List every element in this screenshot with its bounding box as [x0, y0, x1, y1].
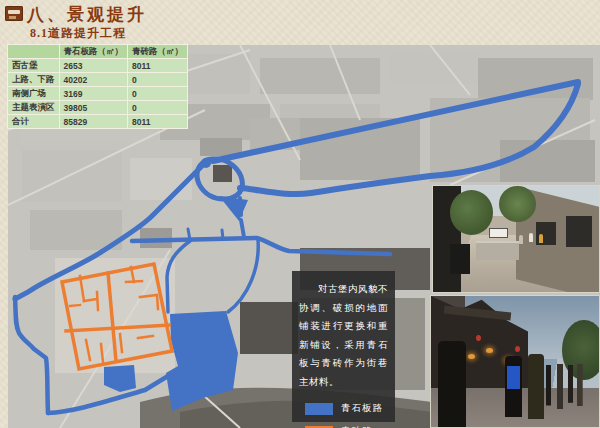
note-box: 对古堡内风貌不协调、破损的地面铺装进行更换和重新铺设，采用青石板与青砖作为街巷主…	[292, 271, 395, 422]
map-legend: 青石板路青砖路	[299, 402, 388, 428]
legend-item: 青石板路	[299, 402, 388, 415]
pedestrian	[528, 354, 543, 420]
pedestrian-group	[545, 364, 589, 409]
table-cell: 0	[128, 101, 188, 115]
road-area-table: 青石板路（㎡）青砖路（㎡） 西古堡26538011上路、下路402020南侧广场…	[7, 44, 188, 129]
table-cell: 0	[128, 73, 188, 87]
note-text: 对古堡内风貌不协调、破损的地面铺装进行更换和重新铺设，采用青石板与青砖作为街巷主…	[299, 280, 388, 391]
table-header-cell	[8, 45, 60, 59]
table-header-row: 青石板路（㎡）青砖路（㎡）	[8, 45, 188, 59]
pedestrian	[519, 235, 523, 244]
table-cell: 主题表演区	[8, 101, 60, 115]
table-header: 青石板路（㎡）青砖路（㎡）	[8, 45, 188, 59]
table-cell: 西古堡	[8, 59, 60, 73]
photo-street-dusk	[430, 295, 600, 428]
pedestrian-blue-shirt	[505, 356, 522, 416]
table-cell: 40202	[59, 73, 128, 87]
table-cell: 2653	[59, 59, 128, 73]
pedestrian	[539, 234, 543, 243]
tree	[450, 190, 493, 235]
table-cell: 85829	[59, 115, 128, 129]
pedestrian	[529, 233, 533, 242]
scroll-seal-icon	[5, 6, 23, 21]
table-body: 西古堡26538011上路、下路402020南侧广场31690主题表演区3980…	[8, 59, 188, 129]
table-cell: 上路、下路	[8, 73, 60, 87]
table-row: 合计858298011	[8, 115, 188, 129]
table-cell: 8011	[128, 115, 188, 129]
shelf	[450, 244, 470, 274]
table-cell: 39805	[59, 101, 128, 115]
window	[566, 216, 593, 248]
table-row: 西古堡26538011	[8, 59, 188, 73]
stone-planter	[476, 241, 519, 260]
page-subtitle: 8.1道路提升工程	[30, 25, 126, 42]
legend-swatch	[305, 403, 333, 415]
photo-street-day	[432, 185, 600, 293]
table-row: 主题表演区398050	[8, 101, 188, 115]
table-header-cell: 青石板路（㎡）	[59, 45, 128, 59]
table-row: 南侧广场31690	[8, 87, 188, 101]
shop-sign	[489, 228, 508, 237]
table-cell: 合计	[8, 115, 60, 129]
table-cell: 8011	[128, 59, 188, 73]
lantern-light	[468, 354, 475, 359]
table-cell: 南侧广场	[8, 87, 60, 101]
pedestrian	[438, 341, 467, 427]
table-row: 上路、下路402020	[8, 73, 188, 87]
slide-header: 八、景观提升 8.1道路提升工程	[0, 0, 600, 45]
table-cell: 3169	[59, 87, 128, 101]
page-title: 八、景观提升	[27, 3, 147, 26]
legend-label: 青石板路	[341, 402, 383, 415]
table-cell: 0	[128, 87, 188, 101]
table-header-cell: 青砖路（㎡）	[128, 45, 188, 59]
red-lantern	[515, 346, 520, 352]
tree	[499, 186, 536, 222]
